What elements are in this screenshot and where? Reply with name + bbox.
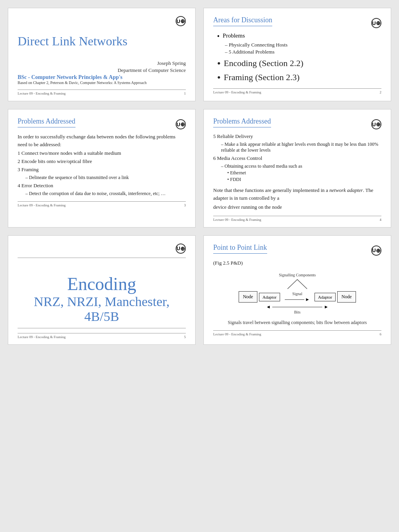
uh-logo-5: U⊕ xyxy=(176,244,186,254)
slide2-title-row: Areas for Discussion U⊕ xyxy=(213,16,381,30)
bits-arrows: ◄ ► xyxy=(266,304,329,310)
slide1-footer: Lecture 09 - Encoding & Framing 1 xyxy=(18,90,186,95)
slide5-footer-right: 5 xyxy=(184,335,186,339)
slide3-num4: 4 xyxy=(18,183,22,188)
uh-logo-6: U⊕ xyxy=(371,245,381,256)
slide2-title: Areas for Discussion xyxy=(213,16,272,26)
signal-arrow-row: ► xyxy=(285,297,310,303)
slide2-sub-additional: 5 Additional Problems xyxy=(225,49,381,55)
slide4-item5-sub: Make a link appear reliable at higher le… xyxy=(221,142,381,153)
slide3-item3-sub: Delineate the sequence of bits transmitt… xyxy=(25,175,186,181)
bits-section: ◄ ► Bits xyxy=(266,304,329,314)
slide6-footer: Lecture 09 - Encoding & Framing 6 xyxy=(213,330,381,336)
slide1-title: Direct Link Networks xyxy=(18,34,186,48)
slide3-item4-sub: Detect the corruption of data due to noi… xyxy=(25,191,186,197)
slide5-footer-left: Lecture 09 - Encoding & Framing xyxy=(18,335,66,339)
signal-components-label: Signalling Components xyxy=(279,273,316,277)
slide6-diagram: Signalling Components Node Adaptor Signa… xyxy=(213,273,381,314)
slide3-item1: 1 Connect two/more nodes with a suitable… xyxy=(18,150,186,156)
slide6-title-row: Point to Point Link U⊕ xyxy=(213,244,381,258)
slide3-num2: 2 xyxy=(18,158,22,164)
slide6-footer-left: Lecture 09 - Encoding & Framing xyxy=(213,332,261,336)
slide4-item6: 6 Media Access Control xyxy=(213,155,381,161)
slide1-based: Based on Chapter 2, Peterson & Davic, Co… xyxy=(18,81,186,85)
slide4-footer-right: 4 xyxy=(380,218,382,222)
slide4-note-italic: network adapter xyxy=(329,187,363,193)
node-left: Node xyxy=(239,291,257,303)
slide2-bullet-problems: • Problems xyxy=(217,32,381,41)
bits-arrow-left: ◄ xyxy=(266,304,271,310)
slide5-header: U⊕ xyxy=(18,244,186,254)
slide2-framing-label: Framing (Section 2.3) xyxy=(224,72,300,82)
slide4-footer: Lecture 09 - Encoding & Framing 4 xyxy=(213,216,381,222)
slide2-footer-left: Lecture 09 - Encoding & Framing xyxy=(213,90,261,94)
bits-line xyxy=(272,307,322,307)
slide2-encoding-label: Encoding (Section 2.2) xyxy=(224,58,303,68)
signal-section: Signal ► xyxy=(282,292,313,303)
slide3-intro: In order to successfully exchange data b… xyxy=(18,133,186,148)
signal-arrow-right: ► xyxy=(305,297,310,303)
slide5-title1: Encoding xyxy=(67,274,136,294)
slide5-title2: NRZ, NRZI, Manchester, 4B/5B xyxy=(18,294,186,324)
slide3-footer: Lecture 09 - Encoding & Framing 3 xyxy=(18,201,186,207)
slide5-center: Encoding NRZ, NRZI, Manchester, 4B/5B xyxy=(18,262,186,324)
slide1-footer-right: 1 xyxy=(184,91,186,95)
slide2-encoding: • Encoding (Section 2.2) xyxy=(217,58,381,70)
slide2-problems-label: Problems xyxy=(223,32,245,41)
slide6-footer-right: 6 xyxy=(380,332,382,336)
bits-row: ◄ ► Bits xyxy=(258,304,336,314)
slide4-note: Note that these functions are generally … xyxy=(213,186,381,202)
slide4-num5: 5 xyxy=(213,133,217,139)
slide-3: Problems Addressed U⊕ In order to succes… xyxy=(8,109,196,227)
slide3-title: Problems Addressed xyxy=(18,117,75,127)
slide3-num3: 3 xyxy=(18,167,22,172)
slide-2: Areas for Discussion U⊕ • Problems Physi… xyxy=(203,8,391,101)
slide1-course: BSc - Computer Network Principles & App'… xyxy=(18,74,186,81)
slide-6: Point to Point Link U⊕ (Fig 2.5 P&D) Sig… xyxy=(203,235,391,345)
adaptor-left: Adaptor xyxy=(259,293,280,301)
bits-arrow-right: ► xyxy=(324,304,329,310)
slide1-dept: Department of Computer Science xyxy=(18,67,186,73)
slide-1: U⊕ Direct Link Networks Joseph Spring De… xyxy=(8,8,196,101)
slide4-num6: 6 xyxy=(213,155,217,161)
slide6-title: Point to Point Link xyxy=(213,244,267,254)
slide4-item5: 5 Reliable Delivery xyxy=(213,133,381,140)
uh-logo-3: U⊕ xyxy=(176,119,186,129)
slide3-item4: 4 Error Detection xyxy=(18,183,186,189)
diagram-row: Node Adaptor Signal ► Adaptor Node xyxy=(239,291,356,303)
slide4-item6-sub-fddi: FDDI xyxy=(227,177,381,183)
slide3-title-row: Problems Addressed U⊕ xyxy=(18,117,186,131)
slide3-item2: 2 Encode bits onto wire/optical fibre xyxy=(18,158,186,165)
slide2-footer-right: 2 xyxy=(380,90,382,94)
slide4-item6-sub: Obtaining access to shared media such as xyxy=(221,163,381,169)
slide6-fig-label: (Fig 2.5 P&D) xyxy=(213,259,381,267)
signal-line-left xyxy=(285,299,304,300)
slide1-footer-left: Lecture 09 - Encoding & Framing xyxy=(18,91,66,95)
slide3-footer-left: Lecture 09 - Encoding & Framing xyxy=(18,203,66,207)
signal-text: Signal xyxy=(292,292,302,296)
uh-logo-1: U⊕ xyxy=(176,16,186,26)
node-right: Node xyxy=(337,291,356,303)
slide6-caption: Signals travel between signalling compon… xyxy=(213,320,381,326)
slide4-title: Problems Addressed xyxy=(213,117,271,127)
slide2-framing: • Framing (Section 2.3) xyxy=(217,72,381,84)
slide4-note2: device driver running on the node xyxy=(213,203,381,211)
slide3-footer-right: 3 xyxy=(184,203,186,207)
slide-5: U⊕ Encoding NRZ, NRZI, Manchester, 4B/5B… xyxy=(8,235,196,345)
adaptor-right: Adaptor xyxy=(315,293,336,301)
uh-logo-4: U⊕ xyxy=(371,119,381,129)
slide1-header: U⊕ xyxy=(18,16,186,26)
signal-triangle xyxy=(286,278,309,290)
uh-logo-2: U⊕ xyxy=(371,18,381,28)
slide3-num1: 1 xyxy=(18,150,22,156)
slide4-title-row: Problems Addressed U⊕ xyxy=(213,117,381,131)
slide1-author: Joseph Spring xyxy=(18,60,186,66)
slide-4: Problems Addressed U⊕ 5 Reliable Deliver… xyxy=(203,109,391,227)
slide4-footer-left: Lecture 09 - Encoding & Framing xyxy=(213,218,261,222)
slide2-sub-physical: Physically Connecting Hosts xyxy=(225,42,381,48)
slide4-item6-sub-ethernet: Ethernet xyxy=(227,170,381,176)
bits-label: Bits xyxy=(294,310,300,314)
slide5-footer: Lecture 09 - Encoding & Framing 5 xyxy=(18,333,186,339)
slide2-footer: Lecture 09 - Encoding & Framing 2 xyxy=(213,88,381,94)
slide3-item3: 3 Framing xyxy=(18,167,186,173)
